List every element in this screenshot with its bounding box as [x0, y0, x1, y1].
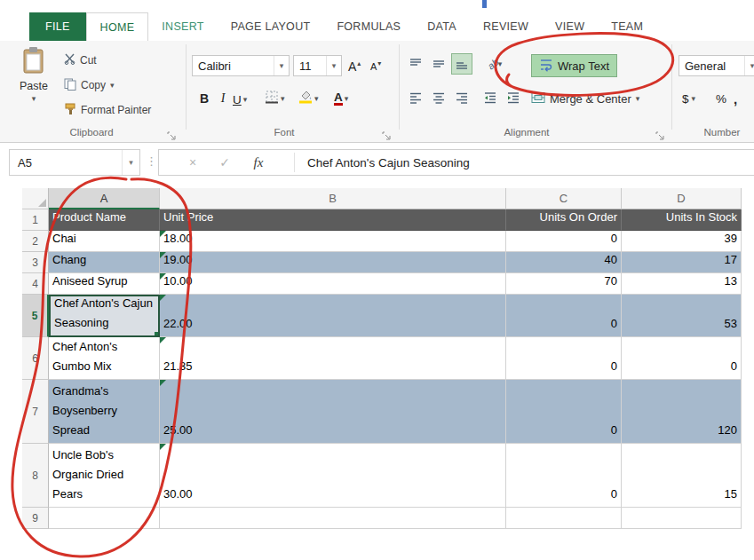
cell-a8[interactable]: Uncle Bob's Organic Dried Pears: [49, 444, 160, 508]
cell-d5[interactable]: 53: [622, 295, 742, 337]
row-header-1[interactable]: 1: [22, 209, 49, 231]
cell-d4[interactable]: 13: [622, 273, 742, 295]
underline-button[interactable]: U ▾: [233, 89, 247, 110]
font-name-combo[interactable]: Calibri ▾: [192, 55, 290, 76]
cell-c7[interactable]: 0: [506, 380, 622, 444]
fill-color-dropdown-arrow[interactable]: ▾: [314, 94, 319, 103]
tab-data[interactable]: DATA: [414, 12, 470, 41]
cell-b1[interactable]: Unit Price: [160, 209, 506, 231]
cell-c1[interactable]: Units On Order: [506, 209, 622, 231]
cut-button[interactable]: Cut: [64, 51, 97, 70]
number-format-combo[interactable]: General ▾: [679, 55, 754, 76]
cell-a2[interactable]: Chai: [49, 231, 160, 252]
row-header-9[interactable]: 9: [22, 508, 49, 529]
align-bottom-button[interactable]: [451, 53, 472, 75]
increase-indent-button[interactable]: [503, 87, 524, 108]
cell-a3[interactable]: Chang: [49, 252, 160, 273]
row-header-4[interactable]: 4: [22, 273, 49, 295]
currency-format-button[interactable]: $ ▾: [682, 89, 695, 108]
cell-b5[interactable]: 22.00: [160, 295, 506, 337]
cell-b3[interactable]: 19.00: [160, 252, 506, 273]
formula-bar-resize-dots[interactable]: ⋮: [146, 154, 157, 168]
name-box[interactable]: A5 ▾: [9, 149, 140, 176]
cell-b6[interactable]: 21.35: [160, 337, 506, 380]
cell-b8[interactable]: 30.00: [160, 444, 506, 508]
select-all-button[interactable]: [22, 188, 49, 209]
cell-c5[interactable]: 0: [506, 295, 622, 337]
font-color-button[interactable]: A ▾: [334, 88, 348, 109]
cell-b4[interactable]: 10.00: [160, 273, 506, 295]
cell-d1[interactable]: Units In Stock: [622, 209, 742, 231]
tab-file[interactable]: FILE: [29, 12, 86, 41]
align-top-button[interactable]: [405, 53, 426, 75]
comma-format-button[interactable]: ,: [734, 89, 737, 108]
enter-icon[interactable]: ✓: [210, 150, 239, 175]
cell-c6[interactable]: 0: [506, 337, 622, 380]
currency-dropdown-arrow[interactable]: ▾: [692, 94, 696, 103]
cell-a6[interactable]: Chef Anton's Gumbo Mix: [49, 337, 160, 380]
borders-dropdown-arrow[interactable]: ▾: [281, 94, 285, 103]
number-format-dropdown-arrow[interactable]: ▾: [744, 56, 754, 75]
cell-b2[interactable]: 18.00: [160, 231, 506, 252]
insert-function-icon[interactable]: fx: [244, 150, 273, 175]
merge-center-dropdown-arrow[interactable]: ▾: [636, 94, 640, 103]
clipboard-dialog-launcher-icon[interactable]: [167, 129, 178, 139]
tab-page-layout[interactable]: PAGE LAYOUT: [218, 12, 324, 41]
cell-d9[interactable]: [622, 508, 742, 529]
cell-d2[interactable]: 39: [622, 231, 742, 252]
decrease-indent-button[interactable]: [480, 87, 501, 108]
borders-button[interactable]: ▾: [265, 88, 285, 109]
cell-c4[interactable]: 70: [506, 273, 622, 295]
font-dialog-launcher-icon[interactable]: [382, 129, 393, 139]
cell-b9[interactable]: [160, 508, 506, 529]
cell-c3[interactable]: 40: [506, 252, 622, 273]
font-size-combo[interactable]: 11 ▾: [293, 55, 342, 76]
cell-c9[interactable]: [506, 508, 622, 529]
cell-a1[interactable]: Product Name: [49, 209, 160, 231]
column-header-d[interactable]: D: [622, 188, 742, 209]
shrink-font-button[interactable]: A ▾: [370, 57, 381, 76]
tab-view[interactable]: VIEW: [542, 12, 598, 41]
alignment-dialog-launcher-icon[interactable]: [655, 129, 666, 139]
row-header-7[interactable]: 7: [22, 380, 49, 444]
cancel-icon[interactable]: ×: [179, 150, 207, 175]
cell-d7[interactable]: 120: [622, 380, 742, 444]
copy-button[interactable]: Copy ▾: [64, 75, 115, 95]
cell-a9[interactable]: [49, 508, 160, 529]
name-box-dropdown-arrow[interactable]: ▾: [122, 150, 139, 175]
row-header-6[interactable]: 6: [22, 337, 49, 380]
cell-b7[interactable]: 25.00: [160, 380, 506, 444]
cell-a7[interactable]: Grandma's Boysenberry Spread: [49, 380, 160, 444]
cell-d3[interactable]: 17: [622, 252, 742, 273]
align-center-button[interactable]: [428, 87, 449, 108]
copy-dropdown-arrow[interactable]: ▾: [110, 81, 115, 90]
bold-button[interactable]: B: [195, 89, 213, 108]
column-header-a[interactable]: A: [49, 188, 160, 209]
column-header-c[interactable]: C: [506, 188, 622, 209]
cell-c8[interactable]: 0: [506, 444, 622, 508]
formula-input[interactable]: Chef Anton's Cajun Seasoning: [307, 150, 470, 175]
wrap-text-button[interactable]: Wrap Text: [531, 54, 617, 77]
cell-d8[interactable]: 15: [622, 444, 742, 508]
percent-format-button[interactable]: %: [716, 89, 726, 108]
tab-formulas[interactable]: FORMULAS: [323, 12, 414, 41]
font-size-dropdown-arrow[interactable]: ▾: [326, 56, 341, 75]
tab-review[interactable]: REVIEW: [470, 12, 542, 41]
paste-dropdown-arrow[interactable]: ▾: [32, 94, 36, 103]
align-right-button[interactable]: [451, 87, 472, 108]
format-painter-button[interactable]: Format Painter: [64, 100, 151, 120]
cell-d6[interactable]: 0: [622, 337, 742, 380]
row-header-3[interactable]: 3: [22, 252, 49, 273]
font-name-dropdown-arrow[interactable]: ▾: [274, 56, 289, 75]
tab-insert[interactable]: INSERT: [148, 12, 217, 41]
italic-button[interactable]: I: [215, 89, 231, 108]
cell-c2[interactable]: 0: [506, 231, 622, 252]
grow-font-button[interactable]: A ▴: [348, 57, 361, 76]
cell-a4[interactable]: Aniseed Syrup: [49, 273, 160, 295]
tab-home[interactable]: HOME: [86, 12, 149, 41]
row-header-2[interactable]: 2: [22, 231, 49, 252]
row-header-5[interactable]: 5: [22, 295, 49, 337]
row-header-8[interactable]: 8: [22, 444, 49, 508]
column-header-b[interactable]: B: [160, 188, 506, 209]
orientation-button[interactable]: ab ▾: [480, 53, 510, 75]
